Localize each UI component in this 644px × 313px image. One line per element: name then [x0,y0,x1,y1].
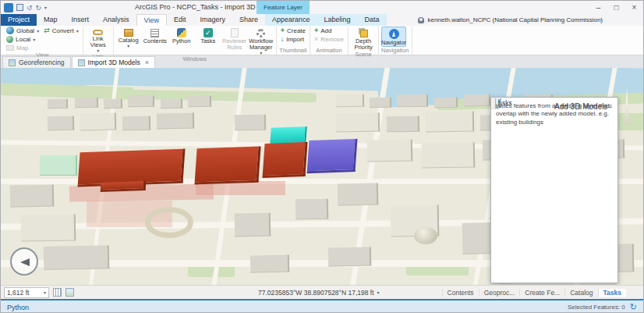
grid-icon[interactable] [53,288,62,297]
red-model-building-2[interactable] [194,146,260,184]
dropdown-arrow-icon: ▾ [33,37,35,42]
tab-appearance[interactable]: Appearance [265,14,317,26]
scale-selector[interactable]: 1,612 ft ▾ [4,287,49,298]
city-building [161,99,182,108]
tasks-pane-button[interactable]: ✓ Tasks [196,27,221,44]
dropdown-arrow-icon: ▾ [377,290,380,295]
reviewer-rules-button[interactable]: Reviewer Rules [222,27,247,51]
tasks-pane: Tasks ? – □ × Add 3D Models ≡ Load Multi… [490,97,618,283]
dome-building [414,227,437,244]
depth-priority-button[interactable]: Depth Priority [351,27,376,51]
link-views-button[interactable]: Link Views ▾ [86,27,111,53]
scene-view-icon [78,59,85,66]
on-screen-navigator[interactable] [10,247,38,276]
tab-map[interactable]: Map [37,14,65,26]
city-building [44,245,110,269]
red-model-building-3[interactable] [262,142,307,178]
python-dock-tab[interactable]: Python [7,304,29,311]
tab-georeferencing[interactable]: Georeferencing [2,56,71,68]
red-model-building-annex[interactable] [101,181,147,192]
tab-project[interactable]: Project [1,14,37,26]
contextual-tabs: Appearance Labeling Data [265,14,387,26]
city-building [434,98,458,108]
city-building [10,185,54,208]
tab-import-3d-models[interactable]: Import 3D Models × [72,56,155,68]
close-button[interactable]: × [625,2,643,14]
workflow-manager-button[interactable]: Workflow Manager ▾ [249,27,274,55]
signed-in-account[interactable]: kenneth.walton_NCPC (National Capital Pl… [418,14,643,26]
city-building [336,94,364,108]
tab-edit[interactable]: Edit [167,14,193,26]
arcgis-pro-window: ↺ ↻ ▾ ArcGIS Pro - NCPC_Tasks - Import 3… [0,0,644,313]
dock-tab-tasks[interactable]: Tasks [598,289,626,297]
import-thumbnail-button[interactable]: ↓ Import [279,35,307,43]
window-controls: – □ × [589,2,643,14]
dock-tab-catalog[interactable]: Catalog [564,289,597,297]
python-window-button[interactable]: Python [169,27,194,44]
create-plus-icon: + [281,27,285,34]
link-icon [93,30,103,35]
tab-labeling[interactable]: Labeling [317,14,358,26]
dropdown-arrow-icon: ▾ [44,290,46,295]
city-building [426,111,474,132]
qat-dropdown-icon[interactable]: ▾ [44,5,47,10]
restore-button[interactable]: □ [607,2,625,14]
navigator-button[interactable]: Navigator [381,27,406,47]
person-icon [418,17,424,23]
tab-data[interactable]: Data [358,14,387,26]
tab-imagery[interactable]: Imagery [193,14,232,26]
city-building [157,113,194,130]
catalog-pane-button[interactable]: Catalog ▾ [116,27,141,48]
local-scene-icon [6,36,13,43]
global-button[interactable]: Global ▾ [5,27,41,34]
remove-x-icon: × [314,35,318,43]
tab-analysis[interactable]: Analysis [96,14,136,26]
undo-icon[interactable]: ↺ [27,3,33,12]
close-tab-icon[interactable]: × [145,59,149,66]
city-building [188,96,211,108]
tab-view[interactable]: View [136,14,167,26]
dock-tab-geoprocessing[interactable]: Geoproc... [479,289,520,297]
city-building [422,142,476,168]
group-label-scene: Scene [351,51,376,59]
dock-tab-contents[interactable]: Contents [442,289,479,297]
ribbon-group-animation: + Add × Remove Animation [310,27,349,55]
city-building [387,116,419,133]
quick-access-toolbar: ↺ ↻ ▾ [1,3,47,12]
city-building [464,94,490,107]
map-status-bar: 1,612 ft ▾ 77.0235853°W 38.8907528°N 17,… [1,285,643,299]
coordinates-readout[interactable]: 77.0235853°W 38.8907528°N 17,198 ft ▾ [258,289,380,297]
georeferencing-icon [9,59,16,66]
contents-list-icon [150,29,159,37]
gear-icon [257,29,265,37]
map-button[interactable]: Map [5,44,41,52]
convert-button[interactable]: ⇄ Convert ▾ [42,27,80,34]
selected-features-status: Selected Features: 0 ↻ [568,303,637,311]
create-thumbnail-button[interactable]: + Create [279,27,307,34]
city-building [295,199,328,220]
local-button[interactable]: Local ▾ [5,35,41,43]
group-label-thumbnail: Thumbnail [279,47,307,55]
tab-share[interactable]: Share [232,14,265,26]
city-building [128,96,154,108]
minimize-button[interactable]: – [589,2,607,14]
task-description: Hides features from an existing layer th… [491,98,617,131]
scene-viewport[interactable]: Tasks ? – □ × Add 3D Models ≡ Load Multi… [1,68,643,285]
bottom-dock-bar: Python Selected Features: 0 ↻ [1,299,643,313]
city-building [235,213,271,237]
add-animation-button[interactable]: + Add [313,27,345,34]
save-icon[interactable] [16,4,23,11]
city-building [367,139,412,162]
dropdown-arrow-icon: ▾ [127,44,129,48]
redo-icon[interactable]: ↻ [36,3,42,12]
refresh-icon[interactable]: ↻ [630,303,637,311]
dock-tab-create-features[interactable]: Create Fe... [519,289,564,297]
remove-animation-button[interactable]: × Remove [313,35,345,43]
tab-insert[interactable]: Insert [65,14,97,26]
contents-pane-button[interactable]: Contents [143,27,168,44]
group-label-navigation: Navigation [381,47,409,55]
depth-priority-icon [359,28,368,37]
purple-model-building[interactable] [307,139,358,173]
catalog-icon [124,29,133,37]
layers-icon[interactable] [65,288,74,297]
